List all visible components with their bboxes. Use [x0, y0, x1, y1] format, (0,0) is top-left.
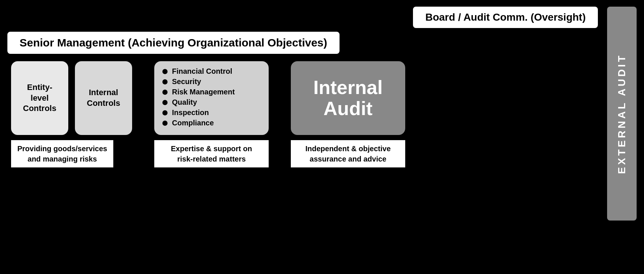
left-caption-line2: and managing risks [17, 154, 107, 164]
left-caption-box: Providing goods/services and managing ri… [11, 140, 113, 167]
bullet-dot-4 [162, 110, 168, 115]
external-audit-bar: EXTERNAL AUDIT [607, 7, 637, 221]
middle-caption-line1: Expertise & support on [161, 143, 262, 154]
external-audit-label: EXTERNAL AUDIT [616, 53, 628, 174]
senior-label: Senior Management (Achieving Organizatio… [20, 37, 327, 49]
left-boxes-row: Entity- level Controls Internal Controls [11, 61, 132, 135]
board-label: Board / Audit Comm. (Oversight) [425, 11, 586, 23]
bullet-item-2: Risk Management [162, 88, 261, 96]
internal-audit-label: Internal Audit [313, 77, 383, 119]
entity-level-label: Entity- level Controls [23, 82, 56, 114]
bullet-dot-1 [162, 79, 168, 84]
right-group: Internal Audit Independent & objective a… [291, 61, 405, 167]
senior-box: Senior Management (Achieving Organizatio… [7, 32, 340, 54]
right-caption-line1: Independent & objective [297, 143, 399, 154]
bullet-item-3: Quality [162, 98, 261, 107]
bullet-item-1: Security [162, 77, 261, 86]
board-box: Board / Audit Comm. (Oversight) [413, 7, 598, 28]
bullet-item-4: Inspection [162, 108, 261, 117]
content-row: Entity- level Controls Internal Controls… [7, 61, 637, 270]
internal-controls-box: Internal Controls [75, 61, 132, 135]
left-group: Entity- level Controls Internal Controls… [11, 61, 132, 167]
right-caption-box: Independent & objective assurance and ad… [291, 140, 405, 167]
bullet-dot-2 [162, 90, 168, 95]
left-caption-line1: Providing goods/services [17, 143, 107, 154]
senior-area: Senior Management (Achieving Organizatio… [7, 32, 637, 54]
bullet-dot-5 [162, 121, 168, 126]
middle-caption-line2: risk-related matters [161, 154, 262, 164]
main-container: EXTERNAL AUDIT Board / Audit Comm. (Over… [0, 0, 644, 274]
bullet-text-4: Inspection [172, 108, 209, 117]
middle-caption-box: Expertise & support on risk-related matt… [154, 140, 269, 167]
bullet-text-1: Security [172, 77, 201, 86]
bullet-text-0: Financial Control [172, 67, 232, 76]
bullet-text-2: Risk Management [172, 88, 235, 96]
right-caption-line2: assurance and advice [297, 154, 399, 164]
middle-group: Financial ControlSecurityRisk Management… [154, 61, 269, 167]
internal-controls-label: Internal Controls [87, 87, 120, 108]
bullet-dot-3 [162, 100, 168, 105]
bullet-item-5: Compliance [162, 119, 261, 127]
entity-level-controls-box: Entity- level Controls [11, 61, 68, 135]
bullet-text-3: Quality [172, 98, 197, 107]
internal-audit-box: Internal Audit [291, 61, 405, 135]
bullet-text-5: Compliance [172, 119, 214, 127]
bullet-dot-0 [162, 69, 168, 74]
top-area: Board / Audit Comm. (Oversight) [7, 7, 637, 28]
bullet-box: Financial ControlSecurityRisk Management… [154, 61, 269, 135]
bullet-item-0: Financial Control [162, 67, 261, 76]
